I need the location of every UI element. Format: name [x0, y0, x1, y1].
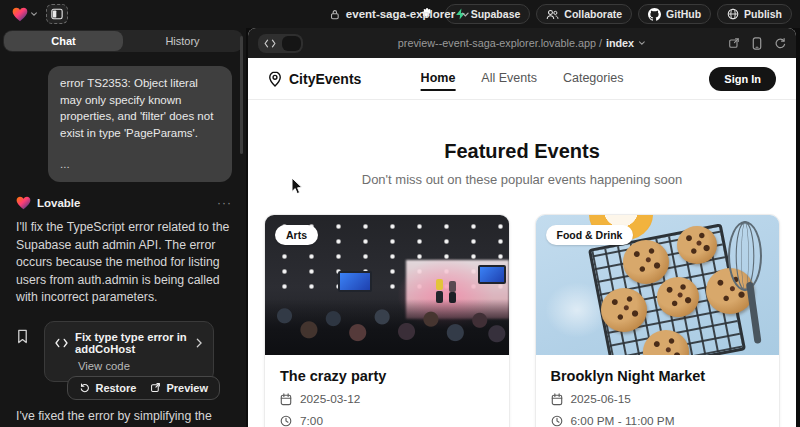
preview-panel: preview--event-saga-explorer.lovable.app… [248, 28, 796, 427]
version-actions: Restore Preview [67, 376, 220, 400]
project-name: event-saga-explorer [346, 8, 455, 20]
sign-in-button[interactable]: Sign In [709, 67, 776, 91]
category-badge: Food & Drink [546, 225, 634, 245]
user-message-bubble: error TS2353: Object literal may only sp… [48, 66, 232, 182]
assistant-outro-text: I've fixed the error by simplifying the … [16, 408, 232, 427]
url-host: preview--event-saga-explorer.lovable.app… [398, 37, 602, 49]
event-title: The crazy party [280, 368, 494, 384]
github-label: GitHub [666, 8, 701, 20]
version-card-title: Fix type type error in addCoHost [75, 331, 188, 355]
calendar-icon [280, 393, 292, 406]
event-date: 2025-06-15 [571, 392, 631, 406]
section-title: Featured Events [248, 140, 796, 163]
app-topbar: event-saga-explorer Supabase Collaborate [0, 0, 800, 28]
map-pin-icon [268, 71, 282, 87]
message-menu-button[interactable]: ··· [217, 196, 232, 210]
restore-label: Restore [95, 382, 136, 394]
site-brand[interactable]: CityEvents [268, 71, 361, 87]
nav-home[interactable]: Home [421, 67, 456, 91]
assistant-intro-text: I'll fix the TypeScript error related to… [16, 219, 232, 306]
event-time-row: 6:00 PM - 11:00 PM [551, 414, 765, 427]
site-preview: CityEvents Home All Events Categories Si… [248, 58, 796, 427]
featured-section: Featured Events Don't miss out on these … [248, 140, 796, 187]
supabase-label: Supabase [471, 8, 521, 20]
lovable-heart-icon [12, 7, 28, 22]
chat-sidebar: Chat History error TS2353: Object litera… [0, 28, 246, 427]
bookmark-icon [16, 329, 44, 344]
event-card-arts[interactable]: Arts The crazy party 2025-03-12 7 [264, 214, 510, 427]
event-date-row: 2025-06-15 [551, 392, 765, 406]
view-code-link[interactable]: View code [78, 360, 203, 372]
section-subtitle: Don't miss out on these popular events h… [248, 172, 796, 187]
clock-icon [280, 415, 292, 427]
url-page: index [606, 37, 634, 49]
outro-text-1: I've fixed the error by simplifying the … [16, 409, 212, 427]
chevron-down-icon [30, 10, 38, 18]
restore-icon [79, 382, 90, 393]
restore-button[interactable]: Restore [74, 380, 141, 396]
toggle-knob [282, 36, 301, 51]
event-time: 7:00 [300, 414, 323, 427]
sidebar-toggle-button[interactable] [46, 4, 68, 24]
version-card[interactable]: Fix type type error in addCoHost View co… [44, 321, 214, 382]
preview-topbar: preview--event-saga-explorer.lovable.app… [248, 28, 796, 58]
calendar-icon [551, 393, 563, 406]
event-cards: Arts The crazy party 2025-03-12 7 [248, 214, 796, 427]
site-header: CityEvents Home All Events Categories Si… [248, 58, 796, 100]
event-image-cookies: Food & Drink [536, 215, 780, 355]
tab-chat[interactable]: Chat [4, 31, 123, 51]
globe-icon [727, 8, 739, 20]
event-date: 2025-03-12 [300, 392, 360, 406]
panel-left-icon [51, 8, 63, 20]
nav-all-events[interactable]: All Events [481, 67, 537, 91]
event-date-row: 2025-03-12 [280, 392, 494, 406]
preview-label: Preview [166, 382, 208, 394]
mobile-view-button[interactable] [752, 37, 762, 50]
refresh-button[interactable] [774, 37, 786, 49]
nav-categories[interactable]: Categories [563, 67, 623, 91]
brand-name: CityEvents [289, 71, 361, 87]
event-card-food[interactable]: Food & Drink Brooklyn Night Market 2025-… [535, 214, 781, 427]
event-title: Brooklyn Night Market [551, 368, 765, 384]
message-truncated-ellipsis: ... [60, 156, 220, 173]
sidebar-scrollbar[interactable] [240, 36, 243, 154]
bookmark-button[interactable] [16, 321, 44, 382]
event-image-party: Arts [265, 215, 509, 355]
github-icon [648, 8, 661, 21]
project-switcher[interactable]: event-saga-explorer [330, 8, 470, 20]
user-message-text: error TS2353: Object literal may only sp… [60, 75, 220, 142]
tab-history[interactable]: History [123, 31, 242, 51]
preview-button[interactable]: Preview [145, 380, 213, 396]
event-time: 6:00 PM - 11:00 PM [571, 414, 675, 427]
site-nav: Home All Events Categories [421, 67, 624, 91]
category-badge: Arts [275, 225, 318, 245]
chevron-right-icon [195, 338, 203, 348]
event-time-row: 7:00 [280, 414, 494, 427]
code-icon [55, 338, 68, 348]
github-button[interactable]: GitHub [638, 4, 711, 24]
lock-icon [330, 9, 340, 20]
code-icon [260, 36, 280, 51]
clock-icon [551, 415, 563, 427]
chat-history-tabs: Chat History [3, 30, 243, 52]
code-view-toggle[interactable] [258, 34, 303, 53]
chevron-down-icon [461, 10, 470, 19]
people-icon [546, 9, 559, 20]
chevron-down-icon [638, 39, 646, 47]
publish-label: Publish [744, 8, 782, 20]
preview-url[interactable]: preview--event-saga-explorer.lovable.app… [398, 37, 646, 49]
assistant-name: Lovable [37, 197, 80, 209]
open-in-new-tab-button[interactable] [728, 37, 740, 49]
publish-button[interactable]: Publish [717, 4, 792, 24]
external-link-icon [150, 382, 161, 393]
lovable-logo-menu[interactable] [8, 5, 42, 24]
chat-messages[interactable]: error TS2353: Object literal may only sp… [0, 58, 246, 427]
collaborate-label: Collaborate [564, 8, 622, 20]
assistant-header: Lovable ··· [16, 196, 232, 210]
lovable-heart-icon [16, 196, 31, 210]
collaborate-button[interactable]: Collaborate [536, 4, 632, 24]
